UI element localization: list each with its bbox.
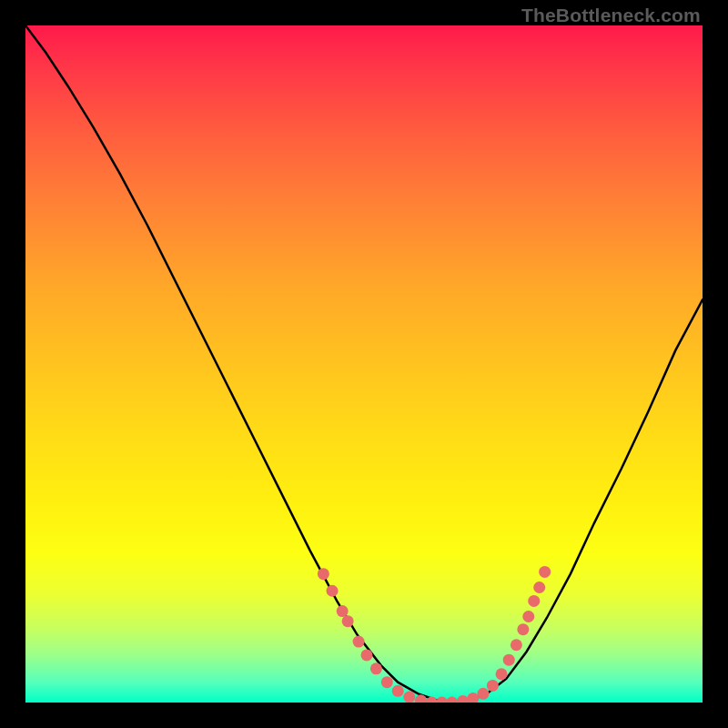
highlight-dot [528,595,540,607]
highlight-dot [539,566,551,578]
highlight-dots [318,566,551,703]
highlight-dot [487,680,499,692]
highlight-dot [522,611,534,622]
highlight-dot [457,695,469,703]
highlight-dot [370,662,382,674]
highlight-dot [318,568,329,580]
highlight-dot [511,639,522,651]
highlight-dot [327,585,339,597]
chart-svg-layer [25,25,703,703]
highlight-dot [496,668,508,680]
highlight-dot [392,685,404,697]
highlight-dot [436,697,448,703]
highlight-dot [337,605,349,617]
highlight-dot [446,697,458,703]
highlight-dot [342,615,354,627]
highlight-dot [353,636,365,648]
highlight-dot [477,688,489,700]
highlight-dot [381,676,393,688]
highlight-dot [503,654,515,666]
highlight-dot [403,692,415,703]
highlight-dot [360,649,372,661]
highlight-dot [467,693,479,703]
chart-plot-area [25,25,703,703]
watermark-text: TheBottleneck.com [521,5,701,26]
highlight-dot [517,623,529,635]
highlight-dot [533,581,545,593]
bottleneck-curve [25,25,703,703]
